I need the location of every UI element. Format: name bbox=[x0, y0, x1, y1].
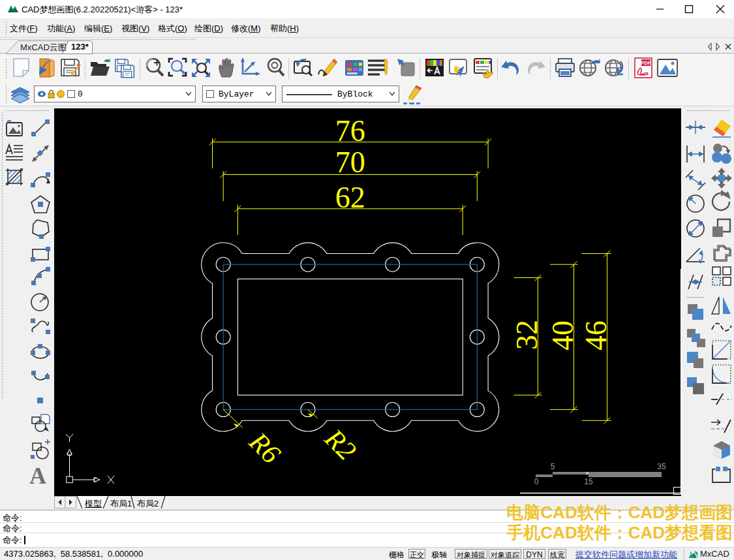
svg-text:15: 15 bbox=[584, 477, 593, 486]
svg-text:0: 0 bbox=[534, 477, 539, 486]
svg-text:76: 76 bbox=[335, 114, 365, 148]
svg-text:R6: R6 bbox=[243, 426, 286, 469]
svg-text:5: 5 bbox=[551, 462, 555, 471]
svg-text:35: 35 bbox=[657, 462, 666, 471]
svg-text:62: 62 bbox=[335, 181, 365, 214]
svg-text:PDF: PDF bbox=[641, 60, 651, 66]
svg-text:40: 40 bbox=[546, 320, 579, 350]
svg-text:46: 46 bbox=[579, 320, 613, 350]
svg-text:R2: R2 bbox=[318, 423, 361, 466]
svg-text:32: 32 bbox=[510, 320, 543, 350]
svg-text:70: 70 bbox=[335, 146, 365, 179]
